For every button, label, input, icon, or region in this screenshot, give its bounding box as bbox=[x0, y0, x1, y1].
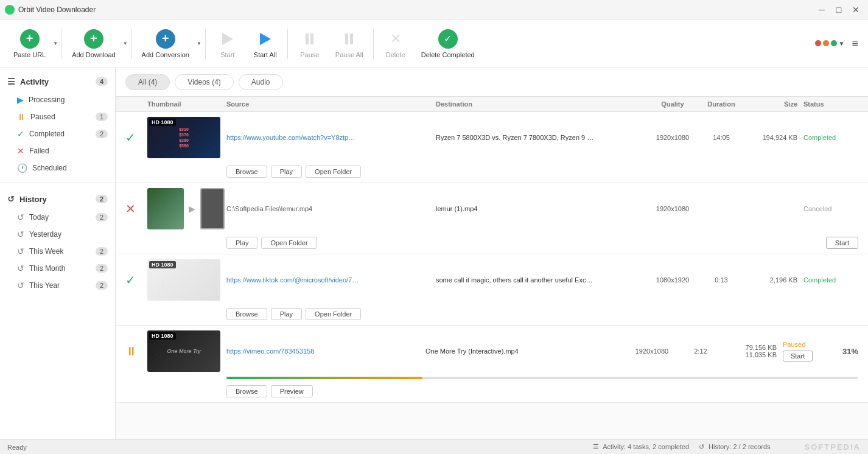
pause-button[interactable]: Pause bbox=[292, 26, 328, 62]
add-conversion-button[interactable]: + Add Conversion bbox=[136, 26, 195, 62]
row4-dest-text: One More Try (Interactive).mp4 bbox=[425, 347, 584, 355]
app-icon bbox=[5, 5, 15, 15]
today-label: Today bbox=[29, 213, 49, 222]
header-duration: Duration bbox=[700, 100, 743, 108]
row2-status: Canceled bbox=[797, 205, 858, 212]
row1-open-folder-btn[interactable]: Open Folder bbox=[306, 166, 361, 178]
this-year-label: This Year bbox=[29, 281, 60, 290]
status-bar: Ready ☰ Activity: 4 tasks, 2 completed ↺… bbox=[0, 439, 868, 454]
header-size: Size bbox=[743, 100, 797, 108]
activity-badge: 4 bbox=[96, 77, 108, 86]
row1-play-btn[interactable]: Play bbox=[271, 166, 302, 178]
sidebar-item-scheduled[interactable]: 🕐 Scheduled bbox=[0, 159, 115, 176]
header-destination: Destination bbox=[436, 100, 645, 108]
row4-thumb: HD 1080 One More Try bbox=[147, 330, 226, 372]
sidebar-item-completed[interactable]: ✓ Completed 2 bbox=[0, 125, 115, 142]
paused-badge: 1 bbox=[96, 113, 108, 121]
completed-label: Completed bbox=[29, 130, 65, 138]
row3-open-folder-btn[interactable]: Open Folder bbox=[306, 308, 361, 320]
row2-source-url: C:\Softpedia Files\lemur.mp4 bbox=[226, 205, 360, 212]
sidebar-item-this-year[interactable]: ↺ This Year 2 bbox=[0, 277, 115, 294]
activity-header: ☰ Activity 4 bbox=[0, 72, 115, 91]
toolbar-right: ▼ ≡ bbox=[815, 35, 861, 52]
completed-badge: 2 bbox=[96, 130, 108, 138]
row1-status-icon: ✓ bbox=[125, 131, 136, 144]
table-row: ✓ HD 1080 bbox=[116, 254, 868, 326]
main-content: ☰ Activity 4 ▶ Processing ⏸ Paused 1 ✓ C… bbox=[0, 68, 868, 439]
sidebar-item-paused[interactable]: ⏸ Paused 1 bbox=[0, 108, 115, 125]
row3-main: ✓ HD 1080 bbox=[116, 254, 868, 306]
sidebar: ☰ Activity 4 ▶ Processing ⏸ Paused 1 ✓ C… bbox=[0, 68, 116, 439]
close-button[interactable]: ✕ bbox=[849, 2, 863, 17]
row4-progress-fill bbox=[226, 377, 422, 379]
scheduled-label: Scheduled bbox=[32, 164, 67, 172]
dot-red bbox=[815, 40, 821, 46]
row2-open-folder-btn[interactable]: Open Folder bbox=[261, 237, 317, 249]
status-right: ☰ Activity: 4 tasks, 2 completed ↺ Histo… bbox=[593, 442, 861, 452]
row4-browse-btn[interactable]: Browse bbox=[226, 385, 267, 397]
row4-preview-btn[interactable]: Preview bbox=[271, 385, 313, 397]
row4-progress-bar bbox=[226, 377, 858, 379]
row3-browse-btn[interactable]: Browse bbox=[226, 308, 267, 320]
table-row: ⏸ HD 1080 One More Try https://vimeo.com… bbox=[116, 326, 868, 403]
filter-audio[interactable]: Audio bbox=[239, 74, 283, 90]
row1-size: 194,924 KB bbox=[743, 134, 797, 141]
pause-all-button[interactable]: Pause All bbox=[329, 26, 369, 62]
history-icon-status: ↺ bbox=[699, 443, 704, 450]
row3-quality: 1080x1920 bbox=[645, 276, 700, 284]
sidebar-item-today[interactable]: ↺ Today 2 bbox=[0, 209, 115, 226]
start-label: Start bbox=[220, 51, 234, 58]
yesterday-label: Yesterday bbox=[29, 230, 61, 239]
this-year-icon: ↺ bbox=[17, 281, 24, 290]
delete-button[interactable]: ✕ Delete bbox=[377, 26, 414, 62]
activity-icon-status: ☰ bbox=[593, 443, 599, 450]
row4-status-icon: ⏸ bbox=[125, 344, 138, 358]
row2-thumbnail bbox=[147, 188, 184, 229]
this-week-icon: ↺ bbox=[17, 246, 24, 256]
paste-url-button[interactable]: + Paste URL bbox=[7, 26, 52, 62]
filter-all[interactable]: All (4) bbox=[125, 74, 170, 90]
sidebar-item-this-month[interactable]: ↺ This Month 2 bbox=[0, 260, 115, 277]
sidebar-item-processing[interactable]: ▶ Processing bbox=[0, 91, 115, 108]
row3-play-btn[interactable]: Play bbox=[271, 308, 302, 320]
row4-status-col: Paused Start bbox=[777, 341, 838, 361]
filter-videos[interactable]: Videos (4) bbox=[175, 74, 233, 90]
row1-browse-btn[interactable]: Browse bbox=[226, 166, 267, 178]
minimize-button[interactable]: ─ bbox=[814, 2, 829, 17]
row2-play-btn[interactable]: Play bbox=[226, 237, 257, 249]
row3-duration: 0:13 bbox=[700, 276, 743, 284]
start-all-button[interactable]: Start All bbox=[247, 26, 284, 62]
start-button[interactable]: Start bbox=[209, 26, 246, 62]
paste-url-dropdown[interactable]: ▼ bbox=[53, 41, 58, 46]
history-section: ↺ History 2 ↺ Today 2 ↺ Yesterday ↺ This… bbox=[0, 186, 115, 298]
this-week-label: This Week bbox=[29, 247, 63, 256]
sidebar-item-failed[interactable]: ✕ Failed bbox=[0, 142, 115, 159]
toolbar: + Paste URL ▼ + Add Download ▼ + Add Con… bbox=[0, 19, 868, 68]
row4-size-extra: 11,035 KB bbox=[722, 351, 777, 358]
row3-source-url: https://www.tiktok.com/@microsoft/video/… bbox=[226, 276, 360, 284]
paused-label: Paused bbox=[30, 113, 55, 121]
sidebar-item-this-week[interactable]: ↺ This Week 2 bbox=[0, 243, 115, 260]
row2-start-btn[interactable]: Start bbox=[826, 237, 858, 249]
table-row: ✕ ▶ C:\Softpedia Files\lemur.mp4 lemur ( bbox=[116, 183, 868, 254]
today-badge: 2 bbox=[96, 213, 108, 222]
row3-status: Completed bbox=[797, 276, 858, 284]
row2-status-icon: ✕ bbox=[125, 202, 136, 215]
activity-label: Activity bbox=[20, 77, 49, 86]
maximize-button[interactable]: □ bbox=[831, 2, 846, 17]
add-download-dropdown[interactable]: ▼ bbox=[123, 41, 128, 46]
row2-thumbnail2 bbox=[200, 188, 225, 229]
sidebar-item-yesterday[interactable]: ↺ Yesterday bbox=[0, 226, 115, 243]
delete-label: Delete bbox=[386, 51, 405, 58]
menu-button[interactable]: ≡ bbox=[849, 35, 861, 52]
row2-dest-text: lemur (1).mp4 bbox=[436, 205, 594, 212]
add-download-button[interactable]: + Add Download bbox=[66, 26, 122, 62]
dots-decoration: ▼ bbox=[815, 40, 845, 47]
sep5 bbox=[373, 29, 374, 59]
add-conversion-dropdown[interactable]: ▼ bbox=[197, 41, 201, 46]
processing-icon: ▶ bbox=[17, 95, 24, 105]
dot-orange bbox=[823, 40, 829, 46]
this-month-label: This Month bbox=[29, 264, 65, 273]
delete-completed-button[interactable]: ✓ Delete Completed bbox=[415, 26, 481, 62]
row4-start-btn[interactable]: Start bbox=[783, 351, 813, 361]
